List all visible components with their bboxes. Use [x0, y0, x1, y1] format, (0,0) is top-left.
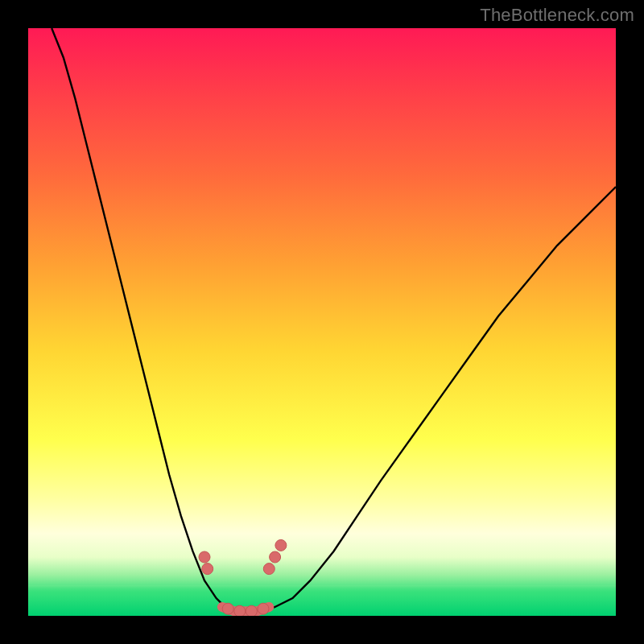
- plot-area: [28, 28, 616, 616]
- marker-group: [199, 539, 287, 616]
- data-marker: [202, 564, 213, 575]
- data-marker: [263, 564, 275, 575]
- data-marker: [199, 551, 210, 563]
- data-marker: [234, 605, 246, 616]
- left-curve: [52, 28, 233, 611]
- watermark-text: TheBottleneck.com: [480, 5, 634, 26]
- data-marker: [222, 603, 233, 614]
- curve-layer: [28, 28, 616, 616]
- data-marker: [246, 605, 257, 616]
- data-marker: [258, 603, 269, 614]
- right-curve: [263, 187, 616, 611]
- data-marker: [275, 539, 287, 551]
- chart-frame: TheBottleneck.com: [0, 0, 644, 644]
- data-marker: [270, 551, 281, 563]
